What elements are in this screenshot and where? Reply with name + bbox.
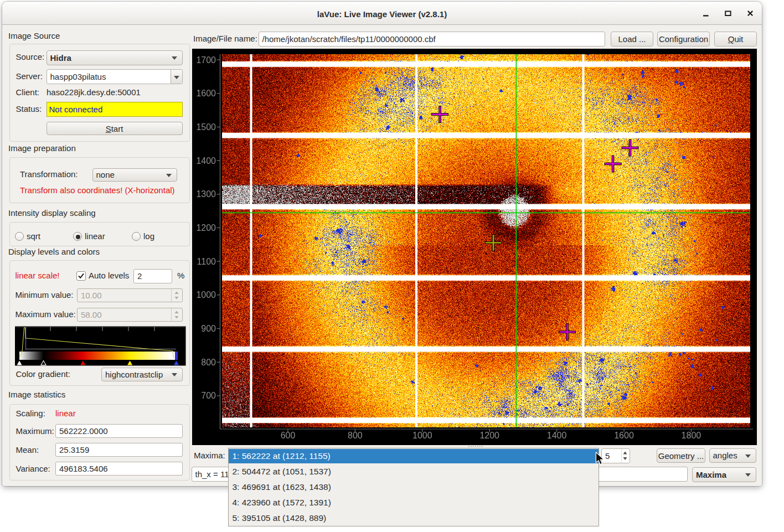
svg-text:1300: 1300 bbox=[196, 189, 216, 199]
svg-text:1600: 1600 bbox=[614, 431, 634, 440]
svg-text:1800: 1800 bbox=[682, 431, 702, 440]
svg-text:800: 800 bbox=[201, 358, 216, 367]
svg-text:600: 600 bbox=[281, 431, 296, 440]
svg-text:1600: 1600 bbox=[196, 89, 216, 98]
svg-text:900: 900 bbox=[201, 324, 216, 333]
svg-text:800: 800 bbox=[348, 431, 363, 440]
svg-text:1200: 1200 bbox=[479, 431, 499, 440]
svg-text:700: 700 bbox=[201, 391, 216, 400]
svg-text:1700: 1700 bbox=[196, 55, 216, 65]
svg-text:1000: 1000 bbox=[412, 431, 432, 440]
svg-text:1200: 1200 bbox=[196, 223, 216, 233]
svg-text:1500: 1500 bbox=[196, 122, 216, 132]
svg-text:1400: 1400 bbox=[547, 431, 567, 440]
svg-text:1400: 1400 bbox=[196, 156, 216, 166]
svg-text:1100: 1100 bbox=[197, 257, 216, 266]
svg-text:1000: 1000 bbox=[196, 290, 216, 299]
